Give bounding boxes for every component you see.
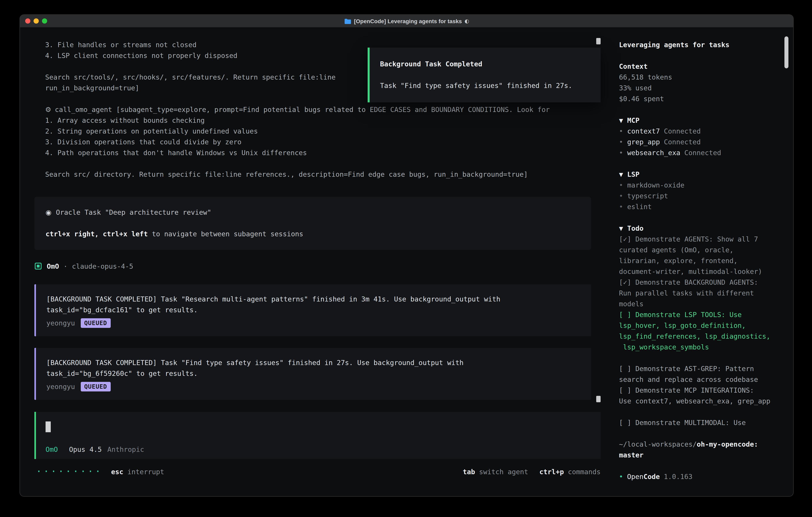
status-bar: ········· esc interrupt tab switch agent…: [36, 466, 601, 477]
workspace-repo: oh-my-opencode:: [697, 440, 758, 448]
terminal-line: 1. Array access without bounds checking: [45, 115, 603, 126]
mcp-status: Connected: [684, 149, 721, 157]
terminal-line: 3. Division operations that could divide…: [45, 137, 603, 147]
mcp-item: websearch_exaConnected: [619, 147, 793, 158]
version-number: 1.0.163: [664, 472, 692, 481]
todo-item: [✓] Demonstrate BACKGROUND AGENTS: Run p…: [619, 277, 793, 309]
lsp-item: markdown-oxide: [619, 180, 793, 191]
navigation-hint: ctrl+x right, ctrl+x left to navigate be…: [46, 229, 591, 240]
hint-text: to navigate between subagent sessions: [148, 230, 303, 238]
app-version: •OpenCode1.0.163: [619, 471, 793, 482]
agent-header: OmO · claude-opus-4-5: [35, 261, 603, 272]
minimize-button[interactable]: [34, 19, 39, 24]
todo-section: ▼ Todo [✓] Demonstrate AGENTS: Show all …: [619, 223, 793, 428]
task-meta: yeongyu QUEUED: [46, 318, 591, 328]
task-message-line: [BACKGROUND TASK COMPLETED] Task "Find t…: [46, 357, 591, 368]
todo-item: [✓] Demonstrate AGENTS: Show all 7 curat…: [619, 234, 793, 277]
oracle-task-title-line: ◉Oracle Task "Deep architecture review": [46, 207, 591, 218]
spinner-dots: ·········: [36, 466, 102, 477]
tab-key-hint: tab: [463, 468, 475, 475]
gear-icon: ⚙: [45, 106, 51, 113]
status-right: tab switch agent ctrl+p commands: [463, 468, 601, 475]
todo-item: [ ] Demonstrate MCP INTEGRATIONS: Use co…: [619, 385, 793, 407]
titlebar: [OpenCode] Leveraging agents for tasks ◐: [20, 15, 793, 28]
context-spent: $0.46 spent: [619, 93, 793, 104]
agent-checkbox-icon: [35, 263, 41, 270]
task-user: yeongyu: [46, 382, 75, 390]
window-title: [OpenCode] Leveraging agents for tasks ◐: [344, 18, 469, 24]
context-heading: Context: [619, 61, 793, 72]
tool-call-text: call_omo_agent [subagent_type=explore, p…: [55, 106, 550, 113]
input-agent-name: OmO: [46, 445, 58, 454]
background-task-message: [BACKGROUND TASK COMPLETED] Task "Resear…: [34, 284, 591, 336]
todo-item: [ ] Demonstrate AST-GREP: Pattern search…: [619, 363, 793, 385]
close-button[interactable]: [25, 19, 30, 24]
agent-name: OmO: [47, 262, 59, 270]
fisheye-icon: ◉: [46, 208, 52, 216]
model-info: OmO Opus 4.5 Anthropic: [46, 445, 590, 454]
terminal-line: 4. Path operations that don't handle Win…: [45, 147, 603, 158]
tool-call-line: ⚙call_omo_agent [subagent_type=explore, …: [45, 104, 603, 115]
mcp-name: websearch_exa: [627, 149, 680, 157]
session-timer-icon: ◐: [465, 18, 469, 24]
notification-title: Background Task Completed: [380, 59, 590, 70]
ctrlp-key-hint: ctrl+p: [539, 468, 564, 475]
mcp-name: grep_app: [627, 138, 660, 146]
todo-item: [ ] Demonstrate LSP TOOLS: Use lsp_hover…: [619, 309, 793, 353]
ctrlp-label: commands: [568, 468, 601, 475]
window-title-text: [OpenCode] Leveraging agents for tasks: [354, 18, 462, 24]
context-tokens: 66,518 tokens: [619, 72, 793, 83]
sidebar-scrollbar-thumb[interactable]: [784, 36, 788, 69]
terminal-line: [45, 158, 603, 169]
agent-separator: ·: [63, 262, 67, 270]
scrollbar-thumb-bottom[interactable]: [596, 396, 601, 402]
mcp-status: Connected: [664, 138, 701, 146]
terminal-line: Search src/ directory. Return specific f…: [45, 169, 603, 180]
mcp-name: context7: [627, 127, 660, 135]
background-task-notification: Background Task Completed Task "Find typ…: [368, 48, 601, 102]
todo-heading[interactable]: ▼ Todo: [619, 223, 793, 234]
input-model-provider: Anthropic: [107, 445, 144, 454]
task-message-line: task_id="bg_dcfac161" to get results.: [46, 305, 591, 316]
lsp-heading[interactable]: ▼ LSP: [619, 169, 793, 180]
mcp-item: grep_appConnected: [619, 137, 793, 147]
mcp-status: Connected: [664, 127, 701, 135]
workspace-path: ~/local-workspaces/oh-my-opencode: maste…: [619, 439, 793, 461]
lsp-item: eslint: [619, 201, 793, 212]
lsp-section: ▼ LSP markdown-oxide typescript eslint: [619, 169, 793, 212]
workspace-prefix: ~/local-workspaces/: [619, 440, 697, 448]
queued-badge: QUEUED: [81, 318, 111, 328]
prompt-input[interactable]: OmO Opus 4.5 Anthropic: [34, 412, 601, 459]
text-cursor: [46, 421, 51, 432]
task-message-line: [BACKGROUND TASK COMPLETED] Task "Resear…: [46, 294, 591, 305]
context-section: Context 66,518 tokens 33% used $0.46 spe…: [619, 61, 793, 104]
mcp-item: context7Connected: [619, 126, 793, 137]
desktop: [OpenCode] Leveraging agents for tasks ◐…: [0, 0, 812, 517]
task-message-line: task_id="bg_6f59260c" to get results.: [46, 368, 591, 379]
window-content: 3. File handles or streams not closed 4.…: [20, 28, 793, 496]
main-pane: 3. File handles or streams not closed 4.…: [20, 28, 603, 496]
session-title: Leveraging agents for tasks: [619, 39, 793, 50]
esc-label: interrupt: [127, 468, 164, 475]
version-bullet: •: [619, 472, 623, 481]
todo-item: [ ] Demonstrate MULTIMODAL: Use: [619, 417, 793, 428]
app-name-bold: Code: [643, 472, 660, 481]
scrollbar-thumb-top[interactable]: [596, 38, 601, 45]
task-user: yeongyu: [46, 319, 75, 327]
folder-icon: [344, 18, 351, 24]
terminal-line: 2. String operations on potentially unde…: [45, 126, 603, 137]
sidebar: Leveraging agents for tasks Context 66,5…: [619, 28, 793, 496]
mcp-section: ▼ MCP context7Connected grep_appConnecte…: [619, 115, 793, 158]
queued-badge: QUEUED: [81, 382, 111, 391]
terminal-window: [OpenCode] Leveraging agents for tasks ◐…: [20, 15, 793, 496]
hint-keys: ctrl+x right, ctrl+x left: [46, 230, 148, 238]
agent-model: claude-opus-4-5: [72, 262, 133, 270]
mcp-heading[interactable]: ▼ MCP: [619, 115, 793, 126]
zoom-button[interactable]: [42, 19, 47, 24]
workspace-branch: master: [619, 450, 793, 461]
notification-body: Task "Find type safety issues" finished …: [380, 80, 590, 91]
esc-key-hint: esc: [111, 468, 123, 475]
background-task-message: [BACKGROUND TASK COMPLETED] Task "Find t…: [34, 348, 591, 400]
oracle-task-title: Oracle Task "Deep architecture review": [56, 208, 211, 216]
traffic-lights: [25, 19, 47, 24]
